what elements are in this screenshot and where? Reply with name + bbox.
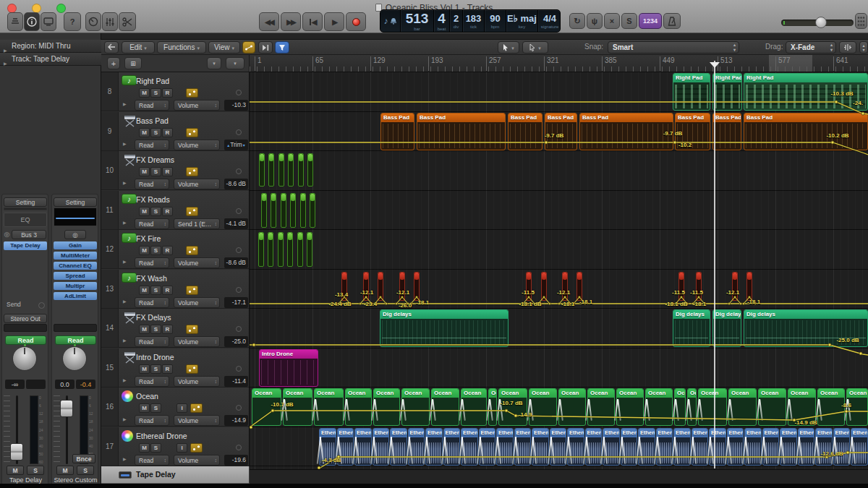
automation-param-select[interactable]: Volume↕ [174, 100, 220, 111]
automation-mode-select[interactable]: Read↕ [135, 140, 169, 150]
fx-wash-region-bar[interactable] [378, 272, 383, 301]
record-enable-button[interactable]: R [162, 325, 173, 334]
setting-button[interactable]: Setting [54, 197, 97, 207]
fx-wash-region-bar[interactable] [363, 272, 369, 301]
waveform-zoom-button[interactable] [839, 41, 856, 53]
fx-fire-region-bar[interactable] [268, 232, 273, 267]
fx-roads-region-bar[interactable] [290, 193, 296, 228]
mute-button[interactable]: M [139, 325, 150, 334]
lcd-beat-value[interactable]: 4 [438, 12, 446, 25]
automation-mode-select[interactable]: Read↕ [135, 415, 169, 426]
region-bass-pad[interactable]: Bass Pad [417, 113, 506, 150]
track-name[interactable]: FX Dreams [136, 155, 174, 164]
functions-menu[interactable]: Functions [157, 41, 206, 53]
track-name[interactable]: Ocean [136, 392, 158, 401]
snap-select[interactable]: Smart▴▾ [608, 41, 739, 53]
track-header-fx-fire[interactable]: 12♪FX FireMSR▶Read↕Volume↕-8.6 dB [101, 230, 250, 269]
solo-button[interactable]: S [150, 88, 161, 98]
volume-slider-handle[interactable] [815, 17, 827, 28]
disclosure-triangle-icon[interactable]: ▶ [123, 377, 127, 382]
automation-mode-select[interactable]: Read↕ [135, 100, 169, 111]
fx-roads-region-bar[interactable] [300, 193, 306, 228]
mixer-button[interactable] [102, 12, 118, 31]
volume-value[interactable]: -∞ [5, 380, 25, 389]
lcd-mode-icons[interactable]: ♪ [380, 10, 401, 32]
pan-knob[interactable] [62, 346, 87, 371]
count-in-button[interactable]: 1234 [639, 13, 662, 29]
lcd-tick-value[interactable]: 183 [466, 14, 482, 23]
fx-dreams-region-bar[interactable] [278, 153, 284, 187]
midi-filter-button[interactable] [275, 41, 289, 53]
channel-strip-name[interactable]: Stereo Custom [52, 476, 99, 484]
mute-button[interactable]: M [139, 364, 150, 374]
input-monitor-button[interactable]: I [176, 443, 187, 453]
input-select[interactable]: Bus 3 [12, 230, 46, 239]
mute-button[interactable]: M [56, 466, 74, 475]
horizontal-scroll-area[interactable] [250, 469, 868, 484]
peak-value[interactable] [26, 380, 46, 389]
track-header-fx-dreams[interactable]: 10FX DreamsMSR▶Read↕Volume↕-8.6 dB [101, 151, 250, 190]
record-enable-button[interactable]: R [162, 207, 173, 216]
automation-mode-select[interactable]: Read↕ [135, 376, 169, 387]
region-bass-pad[interactable]: Bass Pad [579, 113, 673, 150]
volume-value[interactable]: 0.0 [55, 380, 75, 389]
rewind-button[interactable]: ◀◀ [259, 12, 279, 31]
fx-dreams-region-bar[interactable] [259, 153, 265, 187]
region-dig-delays[interactable]: Dig delays [380, 309, 509, 347]
region-ocean[interactable]: Ocean [252, 388, 281, 426]
solo-button[interactable]: S [150, 167, 161, 176]
plugin-slot-adlimit[interactable]: AdLimit [54, 292, 97, 300]
play-button[interactable]: ▶ [324, 12, 344, 31]
timeline-ruler[interactable]: 165129193257321385449513577641 [250, 55, 868, 72]
send-knob[interactable] [38, 302, 45, 309]
region-dig-delays[interactable]: Dig delays [712, 309, 741, 347]
record-enable-button[interactable]: R [162, 246, 173, 255]
solo-button[interactable]: S [150, 403, 161, 413]
automation-mode-button[interactable]: Read [5, 335, 46, 345]
playhead-marker[interactable] [710, 62, 720, 73]
volume-fader[interactable] [60, 400, 73, 417]
metronome-button[interactable] [663, 13, 681, 29]
disclosure-triangle-icon[interactable]: ▶ [123, 456, 127, 461]
eq-thumbnail[interactable] [54, 207, 97, 226]
plugin-slot-multipr[interactable]: Multipr [54, 282, 97, 290]
automation-toggle-button[interactable] [242, 41, 255, 53]
mute-button[interactable]: M [139, 88, 150, 98]
fx-wash-region-bar[interactable] [399, 272, 405, 301]
fx-dreams-region-bar[interactable] [298, 153, 304, 187]
fx-wash-region-bar[interactable] [576, 272, 582, 301]
solo-button[interactable]: S [150, 246, 161, 255]
fx-fire-region-bar[interactable] [287, 232, 293, 267]
automation-param-select[interactable]: Volume↕ [174, 297, 220, 308]
inspector-button[interactable] [24, 12, 40, 31]
automation-value[interactable]: -8.6 dB [224, 179, 248, 189]
mute-button[interactable]: M [139, 403, 150, 413]
region-inspector-header[interactable]: Region: MIDI Thru [0, 40, 101, 53]
track-automation-button[interactable] [186, 88, 198, 98]
tuner-button[interactable]: ψ [587, 13, 603, 29]
region-bass-pad[interactable]: Bass Pad [508, 113, 542, 150]
fx-wash-region-bar[interactable] [696, 272, 702, 301]
lcd-display[interactable]: ♪ 513bar 4beat 2div 183tick 90bpm E♭ maj… [380, 9, 561, 33]
fx-wash-region-bar[interactable] [541, 272, 547, 301]
plugin-slot-multimeter[interactable]: MultiMeter [54, 252, 97, 260]
eq-display[interactable]: EQ [4, 213, 47, 227]
track-inspector-header[interactable]: Track: Tape Delay [0, 53, 101, 66]
fx-roads-region-bar[interactable] [281, 193, 286, 228]
track-header-fx-delays[interactable]: 14FX DelaysMSR▶Read↕Volume↕-25.0 dB [101, 309, 250, 348]
fx-wash-region-bar[interactable] [414, 272, 420, 301]
region-right-pad[interactable]: Right Pad [712, 73, 742, 111]
fx-wash-region-bar[interactable] [341, 272, 347, 301]
toolbox-scissors-button[interactable] [119, 12, 136, 31]
track-name[interactable]: Right Pad [136, 77, 169, 85]
region-dig-delays[interactable]: Dig delays [744, 309, 868, 347]
record-enable-button[interactable]: R [162, 286, 173, 295]
media-browser-button[interactable] [41, 12, 56, 31]
track-collapse-button[interactable]: ▾ [226, 57, 244, 69]
automation-mode-select[interactable]: Read↕ [135, 218, 169, 229]
record-enable-button[interactable]: R [162, 128, 173, 137]
fx-roads-region-bar[interactable] [310, 193, 315, 228]
track-header-intro-drone[interactable]: 15Intro DroneMSR▶Read↕Volume↕-11.4 dB [101, 348, 250, 388]
send-label[interactable]: Send [7, 301, 21, 308]
disclosure-triangle-icon[interactable]: ▶ [123, 338, 127, 343]
